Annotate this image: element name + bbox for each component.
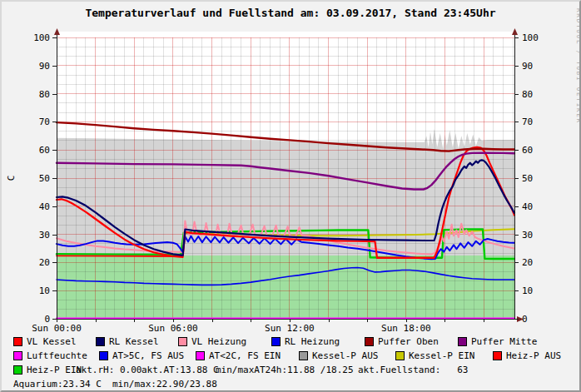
y-tick-label-right: 50 xyxy=(522,173,533,184)
x-tick-label: Sun 06:00 xyxy=(148,323,198,334)
y-tick-label-left: 90 xyxy=(39,61,50,72)
legend-color-swatch xyxy=(13,351,22,360)
legend-color-swatch xyxy=(196,351,205,360)
legend-label: AT<2C, FS EIN xyxy=(209,350,281,361)
y-tick-label-left: 100 xyxy=(33,32,50,43)
legend-label: Luftfeuchte xyxy=(27,350,87,361)
y-tick-label-right: 100 xyxy=(522,32,539,43)
rrdtool-graph: Temperaturverlauf und Fuellstand am: 03.… xyxy=(0,0,581,392)
y-tick-label-right: 10 xyxy=(522,285,533,296)
y-tick-label-left: 80 xyxy=(39,89,50,100)
y-tick-label-right: 70 xyxy=(522,117,533,127)
legend-color-swatch xyxy=(493,351,502,360)
legend-color-swatch xyxy=(178,337,187,346)
x-tick-label: Sun 12:00 xyxy=(265,323,315,334)
legend-label: Heiz-P AUS xyxy=(506,350,561,361)
y-tick-label-left: 60 xyxy=(39,145,50,156)
legend-row: VL KesselRL KesselVL HeizungRL HeizungPu… xyxy=(2,336,579,350)
y-tick-label-right: 0 xyxy=(522,314,528,325)
legend-color-swatch xyxy=(99,351,108,360)
legend-color-swatch xyxy=(395,351,405,360)
legend-label: akt.rH: 0.00 xyxy=(76,365,142,375)
legend-color-swatch xyxy=(299,351,308,360)
temperature-chart: 0010102020303040405050606070708080909010… xyxy=(2,2,581,335)
legend-label: Aquarium:23.34 C xyxy=(13,379,102,390)
legend-color-swatch xyxy=(365,337,374,346)
legend-color-swatch xyxy=(458,337,467,346)
legend-row: Heiz-P EINakt.rH: 0.00akt.AT:13.88 Cmin/… xyxy=(2,365,579,379)
y-tick-label-right: 80 xyxy=(522,89,533,100)
legend-label: Heiz-P EIN xyxy=(27,365,82,375)
y-tick-label-right: 90 xyxy=(522,61,533,72)
legend-label: min/max:22.90/23.88 xyxy=(112,379,217,390)
y-tick-label-right: 60 xyxy=(522,145,533,156)
legend-label: Puffer Mitte xyxy=(471,336,537,347)
y-tick-label-left: 40 xyxy=(39,201,50,212)
legend-label: AT>5C, FS AUS xyxy=(112,350,184,361)
legend-label: RL Kessel xyxy=(109,336,159,347)
legend-color-swatch xyxy=(96,337,105,346)
series-heiz-p-aus-early xyxy=(57,256,181,256)
legend-color-swatch xyxy=(271,337,281,346)
y-tick-label-left: 20 xyxy=(39,257,50,268)
legend-label: Kessel-P EIN xyxy=(409,350,474,361)
y-axis-title: C xyxy=(6,176,17,181)
legend-label: VL Heizung xyxy=(191,336,246,347)
legend-label: VL Kessel xyxy=(27,336,77,347)
legend-color-swatch xyxy=(13,365,22,375)
legend-label: min/maxAT24h:11.88 /18.25 xyxy=(216,365,354,375)
y-tick-label-right: 20 xyxy=(522,257,533,268)
y-tick-label-right: 40 xyxy=(522,201,533,212)
y-tick-label-left: 30 xyxy=(39,230,50,241)
legend-label: Kessel-P AUS xyxy=(312,350,378,361)
legend-label: akt.AT:13.88 C xyxy=(142,365,219,375)
x-tick-label: Sun 18:00 xyxy=(381,323,431,334)
legend-row: LuftfeuchteAT>5C, FS AUSAT<2C, FS EINKes… xyxy=(2,350,579,365)
watermark: RRDTOOL / TOBI OETIKER xyxy=(575,8,581,124)
y-tick-label-left: 50 xyxy=(39,173,50,184)
y-tick-label-right: 30 xyxy=(522,230,533,241)
legend-color-swatch xyxy=(13,337,22,346)
legend-label: Puffer Oben xyxy=(378,336,439,347)
y-tick-label-left: 10 xyxy=(39,285,50,296)
x-tick-label: Sun 00:00 xyxy=(32,323,82,334)
legend-row: Aquarium:23.34 Cmin/max:22.90/23.88 xyxy=(2,379,579,392)
y-tick-label-left: 70 xyxy=(39,117,50,127)
legend-label: RL Heizung xyxy=(285,336,340,347)
legend-label: akt.Fuellstand: 63 xyxy=(358,365,468,375)
